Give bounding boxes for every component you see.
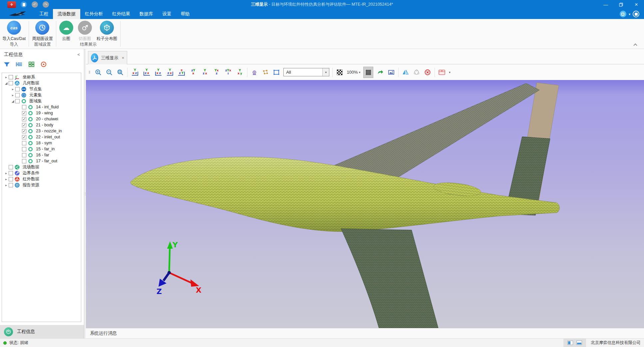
contour-cloud-button[interactable]: ☁ 云图 xyxy=(57,21,76,42)
tree-item-geometry-data[interactable]: ◢ 几何数据 xyxy=(2,80,81,86)
view-back-icon[interactable]: Yzx xyxy=(142,68,151,76)
notebook-button[interactable] xyxy=(633,11,639,17)
tree-item-coordinate-system[interactable]: ▸ Y 坐标系 xyxy=(2,74,81,80)
tree-item-face-set[interactable]: ◢ 面域集 xyxy=(2,98,81,104)
tree-item-surface[interactable]: ✓ 23 - nozzle_in xyxy=(2,128,81,134)
grid-view-button[interactable] xyxy=(28,61,35,68)
undo-button[interactable]: ↶ xyxy=(32,1,38,8)
expand-arrow-icon[interactable]: ▸ xyxy=(4,177,8,181)
checkbox[interactable] xyxy=(22,147,26,151)
toolbar-drag-handle[interactable]: ‖ xyxy=(89,70,91,75)
tree-item-surface[interactable]: ✓ 19 - wing xyxy=(2,110,81,116)
tree-item-boundary-conditions[interactable]: ▸ 边界条件 xyxy=(2,170,81,176)
ribbon-collapse-button[interactable] xyxy=(634,43,638,47)
view-iso-4-icon[interactable]: Yxy xyxy=(235,68,244,76)
checkbox[interactable] xyxy=(9,171,13,175)
periodic-face-settings-button[interactable]: 周期面设置 xyxy=(30,21,55,42)
checkbox[interactable]: ✓ xyxy=(22,111,26,115)
particles-button[interactable] xyxy=(261,68,269,76)
close-button[interactable]: × xyxy=(629,0,644,9)
menu-item-engineering[interactable]: 工程 xyxy=(35,9,53,19)
checkbox[interactable] xyxy=(9,183,13,187)
zoom-in-button[interactable] xyxy=(94,68,102,76)
expand-arrow-icon[interactable]: ◢ xyxy=(11,99,15,103)
mesh-toggle-button[interactable] xyxy=(363,67,373,78)
display-filter-select[interactable]: All ▾ xyxy=(283,68,329,76)
chevron-down-icon[interactable]: ▾ xyxy=(322,68,329,76)
list-view-button[interactable] xyxy=(16,61,22,68)
tree-item-surface[interactable]: ✓ 21 - body xyxy=(2,122,81,128)
3d-viewport[interactable]: Y X Z xyxy=(86,80,644,328)
expand-arrow-icon[interactable]: ▸ xyxy=(4,183,8,187)
tree-item-surface[interactable]: 17 - far_out xyxy=(2,158,81,164)
view-left-icon[interactable]: Yxz xyxy=(154,68,162,76)
filter-button[interactable] xyxy=(3,61,10,68)
tree-item-infrared-data[interactable]: ▸ 红外数据 xyxy=(2,176,81,182)
window-style-button[interactable] xyxy=(620,11,626,17)
app-logo-button[interactable]: ✈ xyxy=(7,1,16,8)
checkbox[interactable] xyxy=(9,165,13,169)
expand-arrow-icon[interactable]: ▸ xyxy=(11,93,15,97)
expand-arrow-icon[interactable]: ◢ xyxy=(4,81,8,85)
expand-arrow-icon[interactable]: ▸ xyxy=(4,75,8,79)
mirror-button[interactable] xyxy=(402,68,410,76)
checkbox[interactable]: ✓ xyxy=(22,117,26,121)
layout-left-panel-icon[interactable] xyxy=(567,341,573,345)
menu-item-help[interactable]: 帮助 xyxy=(176,9,194,19)
menu-item-settings[interactable]: 设置 xyxy=(158,9,176,19)
tree-item-surface[interactable]: 15 - far_in xyxy=(2,146,81,152)
save-view-button[interactable] xyxy=(438,68,446,76)
tree-item-node-set[interactable]: ▸ 节点集 xyxy=(2,86,81,92)
panel-collapse-button[interactable]: < xyxy=(77,52,80,57)
share-arrow-button[interactable] xyxy=(376,68,384,76)
checkbox[interactable] xyxy=(9,75,13,79)
tree-item-flowfield-data[interactable]: 流场数据 xyxy=(2,164,81,170)
save-view-dropdown-caret[interactable]: ▾ xyxy=(449,71,451,74)
redo-button[interactable]: ↷ xyxy=(43,1,49,8)
menu-item-infrared-results[interactable]: 红外结果 xyxy=(108,9,135,19)
view-front-icon[interactable]: Yxz xyxy=(131,68,139,76)
checkbox[interactable]: ✓ xyxy=(22,123,26,127)
transparency-button[interactable] xyxy=(336,68,344,76)
tree-item-surface[interactable]: 18 - sym xyxy=(2,140,81,146)
checkbox[interactable] xyxy=(22,159,26,163)
tree-item-surface[interactable]: 16 - far xyxy=(2,152,81,158)
checkbox[interactable] xyxy=(15,93,20,97)
checkbox[interactable] xyxy=(9,177,13,181)
tree-item-surface[interactable]: 14 - int_fluid xyxy=(2,104,81,110)
view-right-icon[interactable]: Yzx xyxy=(165,68,174,76)
view-top-icon[interactable]: xzY xyxy=(177,68,186,76)
tab-3d-display[interactable]: 三维显示 × xyxy=(88,51,127,64)
maximize-button[interactable] xyxy=(613,0,629,9)
box-select-button[interactable] xyxy=(272,68,280,76)
menu-item-database[interactable]: 数据库 xyxy=(135,9,158,19)
checkbox[interactable] xyxy=(15,99,20,103)
checkbox[interactable] xyxy=(22,105,26,109)
expand-arrow-icon[interactable]: ▸ xyxy=(11,87,15,91)
minimize-button[interactable]: — xyxy=(598,0,613,9)
particle-distribution-button[interactable]: 粒子分布图 xyxy=(94,21,120,42)
view-iso-3-icon[interactable]: zYx↓ xyxy=(224,68,232,76)
view-iso-1-icon[interactable]: Yzx xyxy=(200,68,209,76)
checkbox[interactable] xyxy=(9,81,13,85)
menu-item-infrared-analysis[interactable]: 红外分析 xyxy=(80,9,108,19)
camera-button[interactable] xyxy=(250,68,258,76)
checkbox[interactable] xyxy=(22,141,26,145)
zoom-fit-button[interactable] xyxy=(116,68,124,76)
snapshot-button[interactable] xyxy=(387,68,395,76)
tree-item-surface[interactable]: ✓ 20 - chuiwei xyxy=(2,116,81,122)
tree-item-report-resources[interactable]: ▸ 报告资源 xyxy=(2,182,81,188)
new-document-button[interactable] xyxy=(21,1,27,8)
checkbox[interactable] xyxy=(15,87,20,91)
menu-item-flowfield-data[interactable]: 流场数据 xyxy=(53,9,80,19)
expand-arrow-icon[interactable]: ▸ xyxy=(4,171,8,175)
checkbox[interactable] xyxy=(22,153,26,157)
rotate-center-button[interactable] xyxy=(413,68,421,76)
panel-footer-tab[interactable]: 工程信息 xyxy=(0,325,84,338)
layout-bottom-panel-icon[interactable] xyxy=(576,341,582,345)
tree-item-element-set[interactable]: ▸ 元素集 xyxy=(2,92,81,98)
tree-item-surface[interactable]: ✓ 22 - inlet_out xyxy=(2,134,81,140)
checkbox[interactable]: ✓ xyxy=(22,129,26,133)
style-dropdown-caret[interactable]: ▾ xyxy=(629,12,630,16)
checkbox[interactable]: ✓ xyxy=(22,135,26,139)
